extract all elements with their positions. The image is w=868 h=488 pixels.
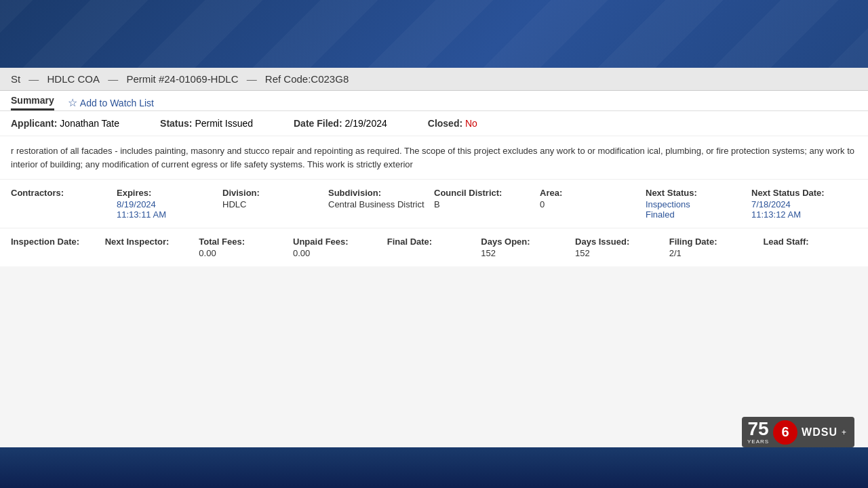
subdivision-line1: Central Business District	[328, 199, 427, 209]
contractors-col: Contractors:	[11, 188, 117, 220]
breadcrumb-sep-2: —	[108, 73, 118, 85]
breadcrumb-part-4: Ref Code:C023G8	[265, 73, 349, 85]
closed-text: No	[465, 118, 477, 129]
inspection-date-label: Inspection Date:	[11, 237, 98, 247]
description-text: r restoration of all facades - includes …	[11, 146, 854, 169]
wdsu-years-label: YEARS	[747, 439, 769, 445]
unpaid-fees-value: 0.00	[293, 248, 380, 258]
description-area: r restoration of all facades - includes …	[0, 136, 868, 180]
closed-field: Closed: No	[428, 118, 477, 129]
breadcrumb-part-1: St	[11, 73, 20, 85]
final-date-label: Final Date:	[387, 237, 475, 247]
closed-label: Closed:	[428, 118, 462, 129]
lead-staff-col: Lead Staff:	[763, 237, 857, 258]
next-status-date: 7/18/2024	[751, 199, 850, 209]
filing-date-label: Filing Date:	[669, 237, 757, 247]
subdivision-col: Subdivision: Central Business District	[328, 188, 434, 220]
tab-bar: Summary ☆ Add to Watch List	[0, 91, 868, 111]
next-inspector-label: Next Inspector:	[105, 237, 193, 247]
division-value: HDLC	[222, 199, 321, 209]
expires-time: 11:13:11 AM	[117, 209, 216, 220]
filing-date-col: Filing Date: 2/1	[669, 237, 764, 258]
breadcrumb: St — HDLC COA — Permit #24-01069-HDLC — …	[0, 68, 868, 91]
division-col: Division: HDLC	[222, 188, 328, 220]
applicant-label: Applicant:	[11, 118, 57, 129]
applicant-field: Applicant: Jonathan Tate	[11, 118, 119, 129]
total-fees-label: Total Fees:	[199, 237, 286, 247]
next-status-value: InspectionsFinaled	[646, 199, 745, 220]
wdsu-75-years: 75 YEARS	[747, 420, 769, 445]
wdsu-75-number: 75	[747, 420, 768, 439]
next-status-time: 11:13:12 AM	[751, 209, 850, 220]
status-label: Status:	[160, 118, 192, 129]
next-status-label: Next Status:	[646, 188, 745, 198]
lead-staff-label: Lead Staff:	[763, 237, 850, 247]
content-panel: St — HDLC COA — Permit #24-01069-HDLC — …	[0, 68, 868, 488]
unpaid-fees-label: Unpaid Fees:	[293, 237, 380, 247]
next-status-date-label: Next Status Date:	[751, 188, 850, 198]
expires-date: 8/19/2024	[117, 199, 216, 209]
breadcrumb-sep-3: —	[247, 73, 257, 85]
wdsu-channel-number: 6	[782, 424, 789, 440]
details-grid: Contractors: Expires: 8/19/2024 11:13:11…	[0, 180, 868, 228]
total-fees-value: 0.00	[199, 248, 286, 258]
wdsu-plus-symbol: +	[842, 428, 846, 437]
area-value: 0	[540, 199, 639, 209]
wdsu-station-name: WDSU	[802, 426, 837, 439]
division-label: Division:	[222, 188, 321, 198]
total-fees-col: Total Fees: 0.00	[199, 237, 293, 258]
applicant-name: Jonathan Tate	[60, 118, 119, 129]
subdivision-label: Subdivision:	[328, 188, 427, 198]
days-open-value: 152	[481, 248, 568, 258]
expires-label: Expires:	[117, 188, 216, 198]
area-col: Area: 0	[540, 188, 646, 220]
date-filed-field: Date Filed: 2/19/2024	[294, 118, 387, 129]
breadcrumb-sep-1: —	[28, 73, 39, 85]
wdsu-logo-bug: 75 YEARS 6 WDSU +	[742, 417, 854, 447]
date-filed-label: Date Filed:	[294, 118, 342, 129]
stats-row: Inspection Date: Next Inspector: Total F…	[0, 228, 868, 266]
status-text: Permit Issued	[195, 118, 253, 129]
date-filed-text: 2/19/2024	[344, 118, 387, 129]
breadcrumb-part-2: HDLC COA	[47, 73, 100, 85]
days-open-col: Days Open: 152	[481, 237, 575, 258]
council-label: Council District:	[434, 188, 533, 198]
permit-info-row: Applicant: Jonathan Tate Status: Permit …	[0, 111, 868, 136]
days-issued-value: 152	[575, 248, 663, 258]
area-label: Area:	[540, 188, 639, 198]
watchlist-label: Add to Watch List	[80, 98, 154, 108]
bottom-bar	[0, 447, 868, 488]
council-col: Council District: B	[434, 188, 540, 220]
breadcrumb-part-3: Permit #24-01069-HDLC	[126, 73, 238, 85]
star-icon: ☆	[68, 96, 77, 109]
wdsu-channel-6-logo: 6	[773, 420, 797, 445]
filing-date-value: 2/1	[669, 248, 757, 258]
final-date-col: Final Date:	[387, 237, 481, 258]
add-to-watchlist-button[interactable]: ☆ Add to Watch List	[68, 96, 154, 109]
days-open-label: Days Open:	[481, 237, 568, 247]
inspection-date-col: Inspection Date:	[11, 237, 105, 258]
expires-col: Expires: 8/19/2024 11:13:11 AM	[117, 188, 222, 220]
status-field: Status: Permit Issued	[160, 118, 253, 129]
council-value: B	[434, 199, 533, 209]
tab-summary[interactable]: Summary	[11, 95, 54, 110]
days-issued-label: Days Issued:	[575, 237, 663, 247]
contractors-label: Contractors:	[11, 188, 110, 198]
next-status-col: Next Status: InspectionsFinaled	[646, 188, 751, 220]
unpaid-fees-col: Unpaid Fees: 0.00	[293, 237, 387, 258]
next-status-date-col: Next Status Date: 7/18/2024 11:13:12 AM	[751, 188, 857, 220]
next-inspector-col: Next Inspector:	[105, 237, 199, 258]
days-issued-col: Days Issued: 152	[575, 237, 669, 258]
